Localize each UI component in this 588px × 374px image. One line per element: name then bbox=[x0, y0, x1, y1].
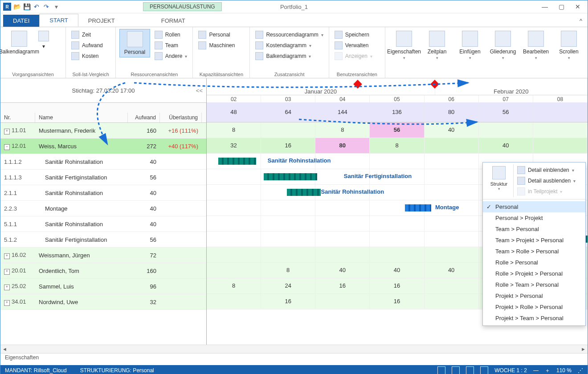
status-view4-icon[interactable] bbox=[480, 366, 488, 374]
col-name[interactable]: Name bbox=[35, 113, 128, 122]
expand-toggle[interactable]: + bbox=[4, 269, 10, 275]
status-zoom[interactable]: 110 % bbox=[556, 367, 572, 374]
gantt-row[interactable]: 321680840 bbox=[207, 138, 588, 154]
kap-maschinen-button[interactable]: Maschinen bbox=[196, 41, 237, 50]
zeit-button[interactable]: Zeit bbox=[69, 30, 105, 40]
expand-toggle[interactable]: + bbox=[4, 300, 10, 306]
balkendiagramm-button[interactable]: Balkendiagramm bbox=[4, 29, 34, 57]
struktur-option[interactable]: Personal > Projekt bbox=[483, 212, 585, 224]
context-tab-personalauslastung[interactable]: PERSONALAUSLASTUNG bbox=[143, 2, 222, 11]
gliederung-button[interactable]: Gliederung▾ bbox=[488, 29, 518, 63]
detail-ausblenden-button[interactable]: Detail ausblenden bbox=[515, 176, 582, 186]
table-row[interactable]: +16.02Weissmann, Jürgen72 bbox=[0, 248, 206, 263]
struktur-option[interactable]: Rolle > Team > Personal bbox=[483, 279, 585, 290]
balkendiagramm-zusatz-button[interactable]: Balkendiagramm bbox=[253, 51, 325, 61]
balkendiagramm-split-button[interactable]: ▾ bbox=[37, 29, 50, 51]
table-row[interactable]: +25.02Sammel, Luis96 bbox=[0, 279, 206, 294]
struktur-option[interactable]: Team > Rolle > Personal bbox=[483, 246, 585, 257]
ressourcendiagramm-button[interactable]: Ressourcendiagramm bbox=[253, 30, 325, 40]
table-row[interactable]: 1.1.1.3Sanitär Fertiginstallation56 bbox=[0, 170, 206, 185]
col-ueberlastung[interactable]: Überlastung bbox=[160, 113, 202, 122]
team-button[interactable]: Team bbox=[153, 41, 189, 50]
bearbeiten-button[interactable]: Bearbeiten▾ bbox=[521, 29, 551, 63]
gantt-cell: 40 bbox=[425, 122, 479, 138]
gantt-bar[interactable] bbox=[264, 173, 317, 180]
expand-toggle[interactable]: + bbox=[4, 253, 10, 259]
struktur-option[interactable]: Team > Personal bbox=[483, 224, 585, 235]
zoom-out-icon[interactable]: ― bbox=[533, 367, 539, 374]
kosten-button[interactable]: Kosten bbox=[69, 51, 105, 61]
tab-datei[interactable]: DATEI bbox=[3, 15, 39, 27]
struktur-option[interactable]: Projekt > Rolle > Personal bbox=[483, 301, 585, 313]
status-woche[interactable]: WOCHE 1 : 2 bbox=[494, 367, 527, 374]
personal-button[interactable]: Personal bbox=[119, 29, 150, 57]
table-row[interactable]: +20.01Ordentlich, Tom160 bbox=[0, 263, 206, 279]
expand-toggle[interactable]: + bbox=[4, 129, 10, 134]
status-view1-icon[interactable] bbox=[437, 366, 445, 374]
gantt-bar[interactable] bbox=[405, 204, 432, 211]
properties-panel-header[interactable]: Eigenschaften bbox=[0, 353, 588, 365]
anzeigen-button[interactable]: Anzeigen bbox=[333, 51, 374, 61]
zoom-in-icon[interactable]: ＋ bbox=[545, 367, 550, 374]
gantt-cell: 80 bbox=[315, 138, 370, 153]
struktur-option[interactable]: Team > Projekt > Personal bbox=[483, 235, 585, 246]
minimize-button[interactable]: ― bbox=[542, 3, 548, 10]
struktur-button[interactable]: Struktur▾ bbox=[485, 164, 514, 197]
table-row[interactable]: 2.2.3Montage40 bbox=[0, 201, 206, 216]
scrollen-button[interactable]: Scrollen▾ bbox=[554, 29, 584, 63]
redo-icon[interactable]: ↷ bbox=[42, 3, 50, 11]
speichern-button[interactable]: Speichern bbox=[333, 30, 374, 40]
maximize-button[interactable]: ▢ bbox=[559, 3, 564, 10]
scroll-right-icon[interactable]: ► bbox=[581, 346, 586, 352]
einfügen-button[interactable]: Einfügen▾ bbox=[455, 29, 485, 63]
verwalten-button[interactable]: Verwalten bbox=[333, 41, 374, 50]
table-row[interactable]: −12.01Weiss, Marcus272+40 (117%) bbox=[0, 138, 206, 154]
rollen-button[interactable]: Rollen bbox=[153, 30, 189, 40]
col-aufwand[interactable]: Aufwand bbox=[128, 113, 160, 122]
detail-einblenden-button[interactable]: Detail einblenden bbox=[515, 165, 582, 175]
scroll-left-icon[interactable]: ◄ bbox=[2, 346, 7, 352]
kap-personal-button[interactable]: Personal bbox=[196, 30, 237, 40]
gantt-bar[interactable] bbox=[218, 158, 257, 165]
struktur-option[interactable]: Rolle > Projekt > Personal bbox=[483, 268, 585, 279]
table-row[interactable]: +34.01Nordwind, Uwe32 bbox=[0, 294, 206, 310]
sum-cell bbox=[533, 102, 588, 122]
close-button[interactable]: ✕ bbox=[575, 3, 580, 10]
tab-format[interactable]: FORMAT bbox=[151, 15, 195, 27]
gantt-bar[interactable] bbox=[287, 189, 321, 196]
open-icon[interactable]: 📂 bbox=[13, 3, 21, 11]
table-row[interactable]: 5.1.1Sanitär Rohinstallation40 bbox=[0, 216, 206, 232]
save-icon[interactable]: 💾 bbox=[23, 3, 31, 11]
aufwand-button[interactable]: Aufwand bbox=[69, 41, 105, 50]
eigenschaften-button[interactable]: Eigenschaften▾ bbox=[389, 29, 419, 63]
kostendiagramm-button[interactable]: Kostendiagramm bbox=[253, 41, 325, 50]
col-nr[interactable]: Nr. bbox=[0, 113, 35, 122]
table-row[interactable]: +11.01Mustermann, Frederik160+16 (111%) bbox=[0, 123, 206, 138]
expand-toggle[interactable]: − bbox=[4, 144, 10, 150]
struktur-option[interactable]: Personal bbox=[483, 201, 585, 212]
zeitplan-button[interactable]: Zeitplan▾ bbox=[422, 29, 452, 63]
tab-projekt[interactable]: PROJEKT bbox=[78, 15, 125, 27]
expand-toggle[interactable]: + bbox=[4, 285, 10, 290]
status-view2-icon[interactable] bbox=[452, 366, 460, 374]
qat-more-icon[interactable]: ▾ bbox=[52, 3, 60, 11]
status-view3-icon[interactable] bbox=[466, 366, 474, 374]
andere-button[interactable]: Andere bbox=[153, 51, 189, 61]
table-row[interactable]: 5.1.2Sanitär Fertiginstallation56 bbox=[0, 232, 206, 248]
table-row[interactable]: 1.1.1.2Sanitär Rohinstallation40 bbox=[0, 154, 206, 170]
in-teilprojekt-button[interactable]: in Teilprojekt bbox=[515, 187, 582, 196]
cell-name: Weissmann, Jürgen bbox=[35, 252, 128, 259]
undo-icon[interactable]: ↶ bbox=[33, 3, 41, 11]
table-row[interactable]: 2.1.1Sanitär Rohinstallation40 bbox=[0, 185, 206, 201]
cell-name: Sanitär Rohinstallation bbox=[35, 190, 128, 196]
status-mandant: MANDANT: Rillsoft_Cloud bbox=[5, 367, 67, 374]
collapse-left-button[interactable]: << bbox=[196, 87, 203, 94]
gantt-cell: 8 bbox=[370, 138, 424, 153]
struktur-option[interactable]: Rolle > Personal bbox=[483, 257, 585, 268]
status-resize-icon[interactable]: ⋰ bbox=[578, 367, 583, 374]
ribbon-collapse-icon[interactable]: ^ bbox=[574, 15, 588, 27]
tab-start[interactable]: START bbox=[39, 14, 78, 27]
gantt-row[interactable]: 885640 bbox=[207, 122, 588, 138]
struktur-option[interactable]: Projekt > Team > Personal bbox=[483, 313, 585, 324]
struktur-option[interactable]: Projekt > Personal bbox=[483, 290, 585, 301]
